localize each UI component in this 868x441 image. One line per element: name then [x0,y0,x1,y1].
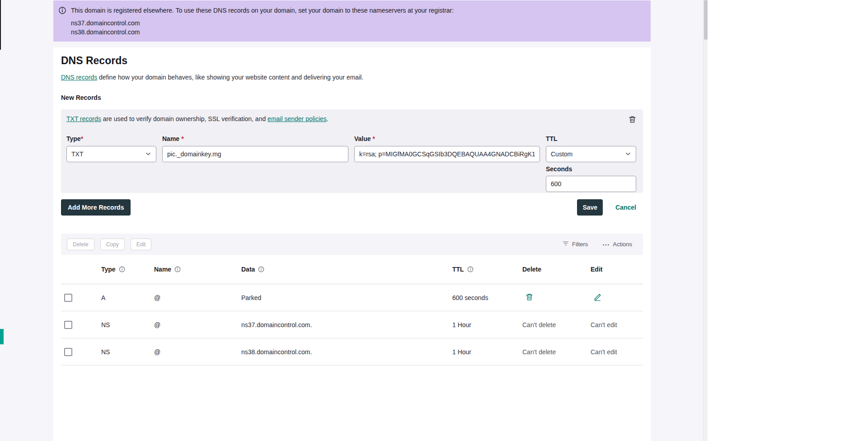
edit-record-button[interactable] [593,293,602,303]
chevron-down-icon [145,150,151,158]
cell-name: @ [154,294,241,301]
cell-ttl: 1 Hour [452,321,522,328]
cell-ttl: 1 Hour [452,348,522,356]
cell-name: @ [154,321,241,328]
help-icon[interactable] [174,266,181,272]
cell-ttl: 600 seconds [452,294,522,301]
pencil-icon [593,293,602,303]
name-label: Name* [162,135,348,142]
scrollbar[interactable] [703,0,708,441]
seconds-label: Seconds [546,165,636,173]
cell-edit-disabled: Can't edit [591,321,643,328]
type-select[interactable]: TXT [66,146,156,162]
row-checkbox[interactable] [64,294,72,302]
cell-edit-disabled: Can't edit [591,348,643,356]
bulk-delete-button[interactable]: Delete [67,239,94,250]
row-checkbox[interactable] [64,321,72,329]
records-toolbar: Delete Copy Edit Filters Actions [61,234,643,255]
remove-record-button[interactable] [627,115,638,125]
value-label: Value* [354,135,540,142]
bulk-copy-button[interactable]: Copy [100,239,125,250]
nameserver-2: ns38.domaincontrol.com [71,28,454,37]
table-row: NS @ ns37.domaincontrol.com. 1 Hour Can'… [61,311,643,338]
save-button[interactable]: Save [577,199,603,216]
scrollbar-thumb[interactable] [704,0,708,40]
left-edge-accent-tab[interactable] [0,329,4,344]
dns-records-link[interactable]: DNS records [61,74,97,81]
name-input[interactable] [162,146,348,162]
ttl-label: TTL [546,135,636,142]
column-header-name: Name [154,266,241,273]
chevron-down-icon [625,150,631,158]
nameserver-banner: This domain is registered elsewhere. To … [53,0,651,42]
table-row: A @ Parked 600 seconds [61,284,643,311]
left-edge-line [0,0,1,50]
filter-icon [563,240,569,248]
type-label: Type* [66,135,156,142]
page-title: DNS Records [61,54,643,67]
cell-type: A [101,294,154,301]
cell-type: NS [101,348,154,356]
delete-record-button[interactable] [525,293,534,303]
seconds-input[interactable] [546,176,636,192]
txt-hint-text: TXT records are used to verify domain ow… [66,115,328,122]
dns-page-viewport: This domain is registered elsewhere. To … [0,0,708,441]
info-icon [59,6,66,36]
new-record-form: TXT records are used to verify domain ow… [61,109,643,193]
cell-name: @ [154,348,241,356]
cancel-button[interactable]: Cancel [615,204,636,211]
add-more-records-button[interactable]: Add More Records [61,199,131,216]
cell-data: Parked [241,294,452,301]
ellipsis-icon [602,241,610,248]
intro-text: DNS records define how your domain behav… [61,73,643,82]
table-row: NS @ ns38.domaincontrol.com. 1 Hour Can'… [61,338,643,366]
help-icon[interactable] [467,266,474,272]
trash-icon [628,118,637,125]
new-records-heading: New Records [61,94,643,101]
column-header-delete: Delete [522,266,591,273]
table-header-row: Type Name Data TTL Delete Edit [61,255,643,284]
banner-message: This domain is registered elsewhere. To … [71,6,454,15]
txt-records-link[interactable]: TXT records [66,115,101,122]
bulk-edit-button[interactable]: Edit [131,239,152,250]
actions-button[interactable]: Actions [602,241,632,248]
help-icon[interactable] [119,266,125,272]
value-input[interactable] [354,146,540,162]
type-select-value: TXT [71,150,83,158]
filters-button[interactable]: Filters [563,240,588,248]
intro-rest: define how your domain behaves, like sho… [97,74,363,81]
cell-delete-disabled: Can't delete [522,321,591,328]
help-icon[interactable] [258,266,264,272]
column-header-data: Data [241,266,452,273]
ttl-select[interactable]: Custom [546,146,636,162]
email-sender-policies-link[interactable]: email sender policies [267,115,327,122]
cell-data: ns38.domaincontrol.com. [241,348,452,356]
dns-records-card: DNS Records DNS records define how your … [53,47,651,441]
column-header-edit: Edit [591,266,643,273]
records-table: Type Name Data TTL Delete Edit A [61,255,643,366]
cell-delete-disabled: Can't delete [522,348,591,356]
nameserver-1: ns37.domaincontrol.com [71,19,454,28]
row-checkbox[interactable] [64,348,72,356]
cell-type: NS [101,321,154,328]
ttl-select-value: Custom [551,150,572,158]
column-header-type: Type [101,266,154,273]
column-header-ttl: TTL [452,266,522,273]
cell-data: ns37.domaincontrol.com. [241,321,452,328]
trash-icon [525,293,534,303]
